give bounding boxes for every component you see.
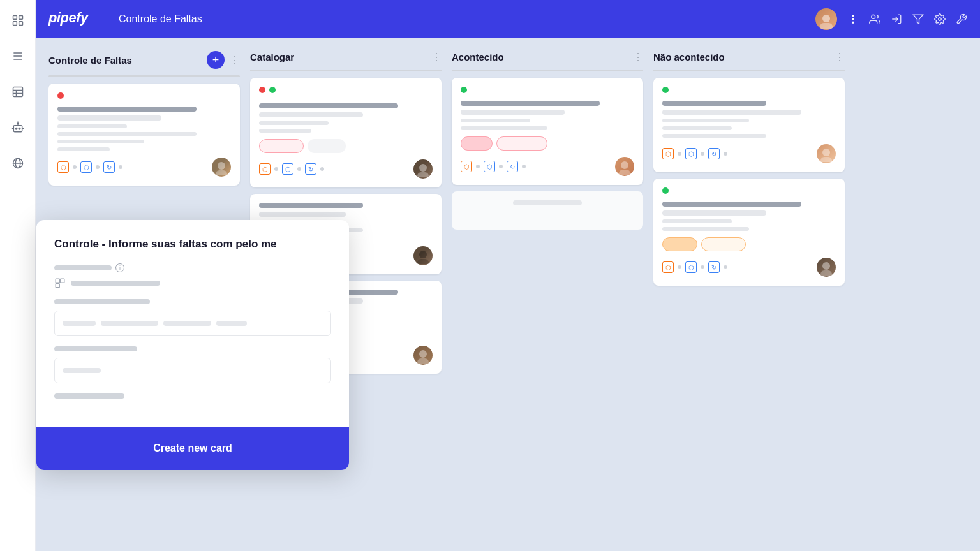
card-5[interactable]: ⬡ ⬡ ↻ [452,78,643,185]
section-label-1 [54,299,150,304]
card-1-dot-2 [96,165,100,169]
card-2-badge-2 [308,139,346,153]
card-1-line-6 [57,147,110,151]
card-2-icon-1: ⬡ [259,163,271,175]
header-filter-icon[interactable] [912,13,924,25]
svg-rect-0 [13,16,17,20]
header-users-icon[interactable] [869,13,880,25]
header: pipefy Controle de Faltas [36,0,980,38]
card-faded-1 [452,191,643,230]
card-7-dot [662,187,669,194]
create-card-panel: Controle - Informe suas faltas com pelo … [36,220,349,470]
logo: pipefy [48,8,106,30]
card-1-dot-3 [119,165,122,169]
card-1-icons: ⬡ ⬡ ↻ [57,161,122,173]
field-label-line-1 [54,265,112,270]
card-6-dot [662,87,669,93]
card-5-icon-3: ↻ [507,161,518,172]
card-5-dot-3 [522,165,526,168]
card-1-dot-1 [73,165,77,169]
sidebar-item-table[interactable] [8,82,28,102]
card-7-icon-2: ⬡ [685,261,697,273]
svg-rect-31 [61,279,64,283]
column-header-1: Controle de Faltas + ⋮ [48,51,240,69]
column-title-2: Catalogar [250,52,426,62]
card-5-badges [461,136,634,151]
column-menu-2[interactable]: ⋮ [431,51,442,63]
panel-field-label-1: i [54,263,331,272]
card-5-icon-1: ⬡ [461,161,472,172]
card-1[interactable]: ⬡ ⬡ ↻ [48,84,240,186]
card-2-dot-1 [274,167,278,171]
sidebar [0,0,36,551]
header-avatar[interactable] [815,8,837,30]
card-2-icons: ⬡ ⬡ ↻ [259,163,324,175]
card-5-line-4 [461,126,547,130]
svg-rect-3 [19,22,22,26]
svg-rect-29 [56,279,59,283]
svg-point-24 [852,22,854,23]
card-6-icon-3: ↻ [708,148,720,159]
column-menu-1[interactable]: ⋮ [230,54,240,66]
column-header-4: Não acontecido ⋮ [653,51,845,63]
column-acontecido: Acontecido ⋮ [452,51,643,538]
svg-rect-30 [56,284,59,288]
header-actions [815,8,967,30]
card-1-dot [57,92,64,99]
card-3-avatar [413,246,433,265]
ph-chunk-1 [63,321,96,326]
card-2-line-3 [259,121,329,125]
sidebar-item-grid[interactable] [8,10,28,31]
column-menu-4[interactable]: ⋮ [835,51,845,63]
header-wrench-icon[interactable] [956,13,967,25]
column-title-1: Controle de Faltas [48,55,202,66]
card-6-dot-2 [701,152,704,156]
sidebar-item-globe[interactable] [8,153,28,173]
card-7-icons: ⬡ ⬡ ↻ [662,261,727,273]
card-7-line-3 [662,219,732,223]
card-5-icons: ⬡ ⬡ ↻ [461,161,526,172]
card-2-line-2 [259,112,363,117]
card-2-line-1 [259,103,398,108]
header-title: Controle de Faltas [119,13,202,25]
sidebar-item-list[interactable] [8,46,28,66]
card-2-icon-2: ⬡ [282,163,293,175]
card-1-line-3 [57,124,127,128]
header-settings-icon[interactable] [934,13,946,25]
card-1-avatar [212,158,231,177]
column-line-1 [48,75,240,77]
card-3-line-1 [259,203,363,208]
ph-chunk-4 [216,321,247,326]
card-6-icon-2: ⬡ [685,148,697,159]
card-2-badges [259,139,433,153]
svg-point-23 [852,18,854,20]
card-2-dot-red [259,87,265,93]
card-2[interactable]: ⬡ ⬡ ↻ [250,78,442,187]
card-7-dot-3 [724,265,727,269]
card-6-line-3 [662,119,749,122]
column-add-button-1[interactable]: + [207,51,225,69]
card-7[interactable]: ⬡ ⬡ ↻ [653,179,845,286]
card-7-dot-2 [701,265,704,269]
card-5-line-1 [461,101,600,106]
svg-point-13 [19,128,20,129]
panel-input-2[interactable] [54,358,331,383]
card-6[interactable]: ⬡ ⬡ ↻ [653,78,845,172]
header-more-icon[interactable] [847,13,859,25]
card-7-line-4 [662,227,749,231]
card-7-line-2 [662,210,766,216]
panel-attachment-row [54,277,331,289]
card-1-line-1 [57,107,197,112]
sidebar-item-robot[interactable] [8,117,28,138]
column-menu-3[interactable]: ⋮ [633,51,643,63]
create-card-footer[interactable]: Create new card [36,427,349,470]
create-new-card-button[interactable]: Create new card [153,443,232,454]
header-enter-icon[interactable] [891,13,902,25]
card-7-dot-1 [678,265,681,269]
svg-point-22 [852,15,854,17]
ph-chunk-3 [163,321,211,326]
card-2-dot-3 [320,167,324,171]
card-5-line-3 [461,119,530,122]
column-header-2: Catalogar ⋮ [250,51,442,63]
panel-input-1[interactable] [54,311,331,336]
